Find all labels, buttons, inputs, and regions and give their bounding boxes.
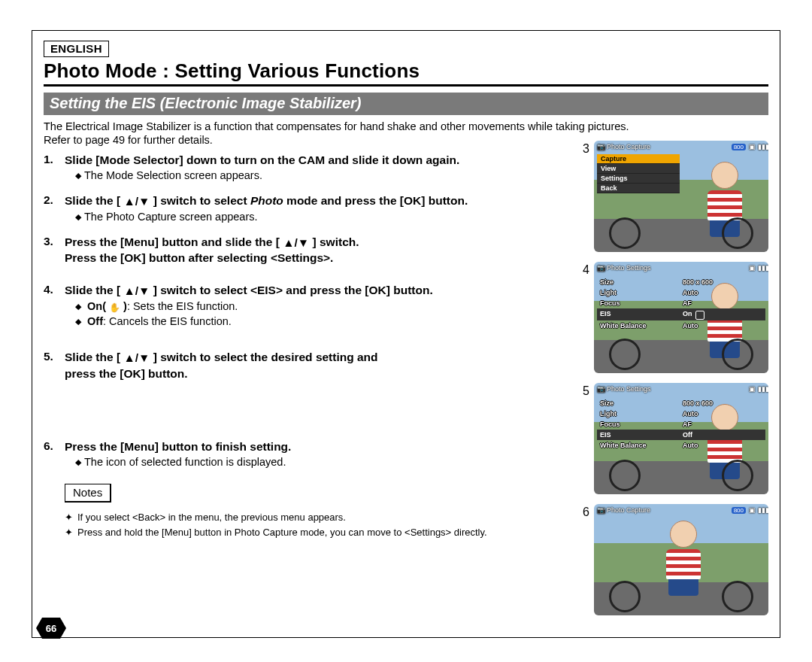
step-2: 2. Slide the [ ▲/▼ ] switch to select Ph…	[44, 193, 585, 224]
up-down-icon: ▲/▼	[123, 194, 150, 210]
page-title: Photo Mode : Setting Various Functions	[44, 59, 768, 87]
step-4: 4. Slide the [ ▲/▼ ] switch to select <E…	[44, 283, 585, 328]
step-sub: On( ✋ ): Sets the EIS function.	[75, 299, 585, 314]
memory-icon: ▣	[748, 143, 756, 150]
screenshot-topbar: 📷 Photo Capture 800 ▣ ▮▮▮	[597, 143, 765, 150]
step-sub: Off: Cancels the EIS function.	[75, 314, 585, 329]
step-number: 6.	[44, 439, 65, 455]
settings-menu: Size800 x 600 LightAuto FocusAF EISOn Wh…	[597, 277, 765, 331]
section-subtitle: Setting the EIS (Electronic Image Stabil…	[44, 93, 768, 115]
step-number: 3.	[44, 235, 65, 267]
screenshot-title: Photo Settings	[607, 385, 651, 393]
screenshot-4-wrap: 4 📷 Photo Settings ▣ ▮▮▮ Size800 x 600 L…	[594, 262, 768, 373]
camera-icon: 📷	[597, 385, 604, 393]
note-item: If you select <Back> in the menu, the pr…	[65, 510, 585, 525]
intro-line-1: The Electrical Image Stabilizer is a fun…	[44, 120, 629, 132]
capture-menu: Capture View Settings Back	[597, 154, 680, 193]
manual-page: ENGLISH Photo Mode : Setting Various Fun…	[0, 0, 812, 662]
camera-icon: 📷	[597, 143, 604, 150]
size-badge: 800	[732, 144, 746, 150]
screenshot-title: Photo Settings	[607, 264, 651, 272]
screenshot-number: 5	[576, 384, 589, 398]
step-sub: The Mode Selection screen appears.	[75, 169, 585, 183]
settings-row-focus[interactable]: FocusAF	[597, 298, 765, 308]
screenshot-topbar: 📷 Photo Settings ▣ ▮▮▮	[597, 264, 765, 272]
step-bold-text: Press the [Menu] button to finish settin…	[65, 439, 291, 455]
up-down-icon: ▲/▼	[283, 235, 309, 251]
notes-label: Notes	[65, 484, 111, 503]
up-down-icon: ▲/▼	[123, 351, 150, 366]
menu-item-view[interactable]: View	[597, 164, 680, 174]
settings-row-light[interactable]: LightAuto	[597, 408, 765, 419]
step-number: 5.	[44, 350, 65, 382]
screenshot-6-wrap: 6 📷 Photo Capture 800 ▣ ▮▮▮	[594, 504, 768, 615]
intro-line-2: Refer to page 49 for further details.	[44, 134, 213, 146]
screenshot-title: Photo Capture	[607, 143, 650, 150]
screenshot-5: 📷 Photo Settings ▣ ▮▮▮ Size800 x 600 Lig…	[594, 383, 768, 494]
step-bold-text: Slide the [ ▲/▼ ] switch to select <EIS>…	[65, 283, 433, 299]
battery-icon: ▮▮▮	[758, 385, 765, 393]
camera-icon: 📷	[597, 506, 604, 514]
page-frame: ENGLISH Photo Mode : Setting Various Fun…	[32, 30, 780, 638]
notes-list: If you select <Back> in the menu, the pr…	[65, 510, 585, 539]
memory-icon: ▣	[748, 506, 756, 514]
settings-menu: Size800 x 600 LightAuto FocusAF EISOff W…	[597, 398, 765, 451]
settings-row-wb[interactable]: White BalanceAuto	[597, 320, 765, 331]
memory-icon: ▣	[748, 385, 756, 393]
size-badge: 800	[732, 507, 746, 514]
menu-item-settings[interactable]: Settings	[597, 174, 680, 184]
battery-icon: ▮▮▮	[758, 143, 765, 150]
screenshot-3-wrap: 3 📷 Photo Capture 800 ▣ ▮▮▮ Capture Vi	[594, 141, 768, 252]
steps-column: 1. Slide [Mode Selector] down to turn on…	[44, 153, 585, 539]
step-1: 1. Slide [Mode Selector] down to turn on…	[44, 153, 585, 183]
screenshot-number: 3	[576, 142, 589, 156]
screenshot-number: 4	[576, 263, 589, 277]
settings-row-size[interactable]: Size800 x 600	[597, 398, 765, 408]
menu-item-capture[interactable]: Capture	[597, 154, 680, 164]
step-sub: The Photo Capture screen appears.	[75, 210, 585, 224]
step-number: 2.	[44, 193, 65, 210]
battery-icon: ▮▮▮	[758, 264, 765, 272]
page-number-badge: 66	[36, 618, 66, 639]
memory-icon: ▣	[748, 264, 756, 272]
settings-row-size[interactable]: Size800 x 600	[597, 277, 765, 287]
battery-icon: ▮▮▮	[758, 506, 765, 514]
settings-row-eis[interactable]: EISOn	[597, 308, 765, 320]
bicycle-figure	[601, 342, 761, 370]
step-bold-text: Slide the [ ▲/▼ ] switch to select Photo…	[65, 193, 468, 210]
settings-row-light[interactable]: LightAuto	[597, 287, 765, 298]
screenshot-number: 6	[576, 506, 589, 519]
settings-row-focus[interactable]: FocusAF	[597, 419, 765, 430]
language-badge: ENGLISH	[44, 41, 109, 57]
screenshot-6: 📷 Photo Capture 800 ▣ ▮▮▮	[594, 504, 768, 615]
step-3: 3. Press the [Menu] button and slide the…	[44, 235, 585, 267]
menu-item-back[interactable]: Back	[597, 184, 680, 193]
screenshots-column: 3 📷 Photo Capture 800 ▣ ▮▮▮ Capture Vi	[594, 141, 768, 625]
step-sub: The icon of selected function is display…	[75, 455, 585, 469]
hand-icon: ✋	[109, 302, 120, 314]
screenshot-3: 📷 Photo Capture 800 ▣ ▮▮▮ Capture View S…	[594, 141, 768, 252]
bicycle-figure	[601, 584, 761, 612]
screenshot-topbar: 📷 Photo Capture 800 ▣ ▮▮▮	[597, 506, 765, 514]
bicycle-figure	[601, 463, 761, 491]
settings-row-wb[interactable]: White BalanceAuto	[597, 440, 765, 451]
step-5: 5. Slide the [ ▲/▼ ] switch to select th…	[44, 350, 585, 382]
screenshot-4: 📷 Photo Settings ▣ ▮▮▮ Size800 x 600 Lig…	[594, 262, 768, 373]
step-bold-text: Slide [Mode Selector] down to turn on th…	[65, 153, 459, 169]
step-6: 6. Press the [Menu] button to finish set…	[44, 439, 585, 469]
boy-figure	[662, 521, 704, 590]
step-number: 4.	[44, 283, 65, 299]
camera-icon: 📷	[597, 264, 604, 272]
hand-icon	[695, 311, 704, 320]
up-down-icon: ▲/▼	[123, 284, 150, 299]
step-number: 1.	[44, 153, 65, 169]
screenshot-5-wrap: 5 📷 Photo Settings ▣ ▮▮▮ Size800 x 600 L…	[594, 383, 768, 494]
note-item: Press and hold the [Menu] button in Phot…	[65, 525, 585, 540]
screenshot-topbar: 📷 Photo Settings ▣ ▮▮▮	[597, 385, 765, 393]
screenshot-title: Photo Capture	[607, 506, 650, 514]
step-bold-text: Slide the [ ▲/▼ ] switch to select the d…	[65, 350, 378, 382]
settings-row-eis[interactable]: EISOff	[597, 430, 765, 440]
bicycle-figure	[601, 220, 761, 249]
page-number: 66	[36, 618, 66, 639]
step-bold-text: Press the [Menu] button and slide the [ …	[65, 235, 359, 267]
